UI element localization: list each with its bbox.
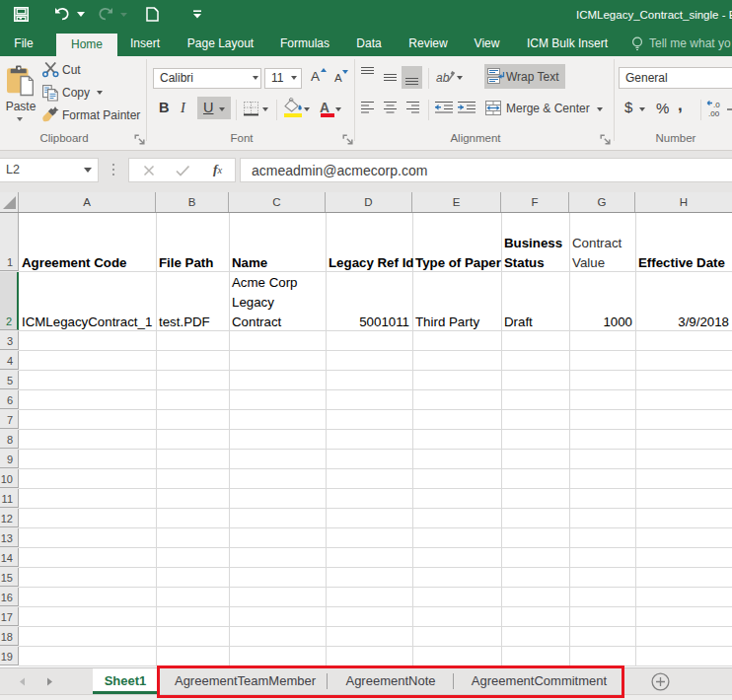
svg-text:.00: .00 [708,109,720,117]
svg-text:.0: .0 [713,101,720,109]
svg-text:ab: ab [436,71,450,85]
